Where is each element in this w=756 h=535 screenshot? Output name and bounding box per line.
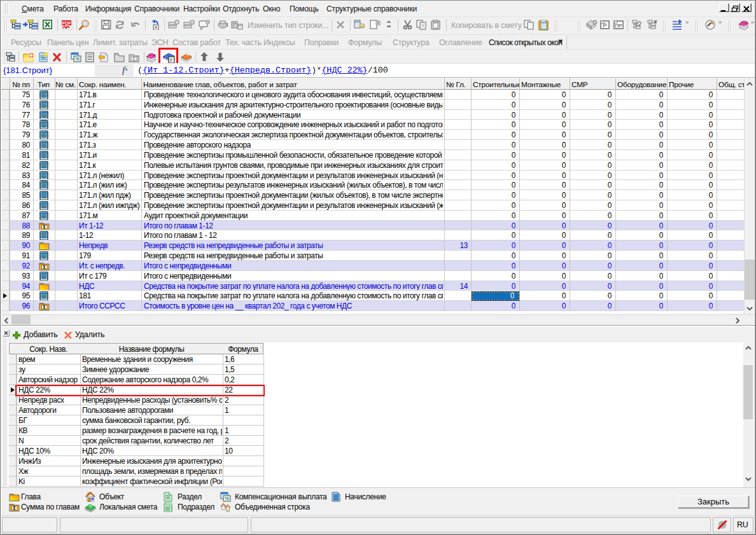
svg-text:F: F — [170, 57, 173, 63]
svg-text:Σ: Σ — [132, 57, 135, 61]
svg-text:%: % — [225, 496, 228, 501]
svg-text:%: % — [75, 57, 79, 61]
svg-text:PDF: PDF — [62, 21, 72, 25]
